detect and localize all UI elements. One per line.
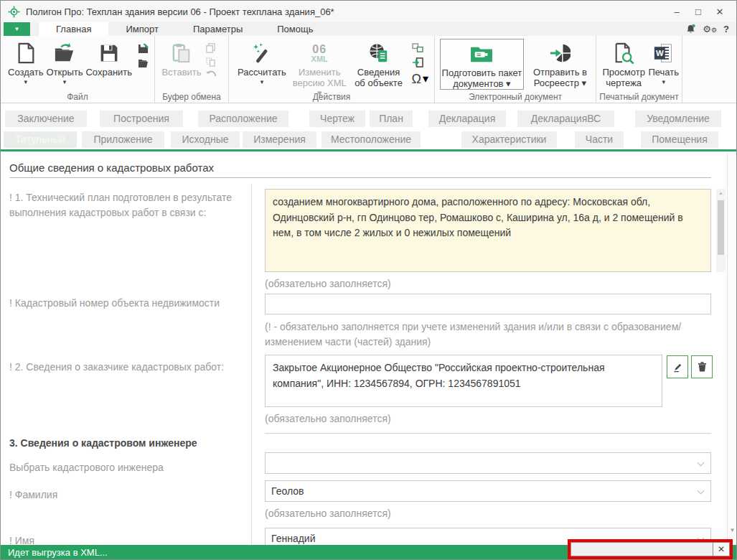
q2-required-hint: (обязательно заполняется) [265,411,391,426]
name-value: Геннадий [271,533,316,544]
doc-tab-deklaratsiyavs[interactable]: ДекларацияВС [517,111,614,127]
notifications-bell-icon[interactable] [685,24,696,34]
paste-special-icon[interactable] [205,57,217,67]
save-as-icon[interactable] [138,43,149,54]
paste-button[interactable]: Вставить [161,39,202,78]
engineer-select-label: Выбрать кадастрового инженера [9,460,248,475]
create-button[interactable]: Создать ▾ [8,39,43,85]
structure-windows-icon[interactable] [412,43,429,53]
ribbon-group-file: Создать ▾ Открыть ▾ Сохранить [1,36,155,103]
svg-text:W: W [656,49,664,57]
doc-tab-postroeniya[interactable]: Построения [100,111,183,127]
dropdown-caret: ▾ [24,79,27,85]
ribbon-tab-label: Импорт [126,24,158,34]
cadastral-number-label: ! Кадастровый номер объекта недвижимости [9,296,248,311]
globe-list-icon [368,41,390,65]
omega-icon: Ω [412,73,421,85]
close-button[interactable]: ✕ [709,6,731,17]
doc-tab-raspolozhenie[interactable]: Расположение [198,111,288,127]
doc-tab-izmereniya[interactable]: Измерения [243,131,316,148]
scrollbar-thumb[interactable] [718,200,724,255]
save-button[interactable]: Сохранить [85,39,132,78]
cancel-export-button[interactable]: ✕ [713,542,730,556]
active-tab-underline [1,149,737,151]
ribbon-group-clipboard: Вставить Буфер обмена [155,36,229,103]
group-label-printdoc: Печатный документ [596,92,682,102]
page-scrollbar[interactable]: ▼ [727,153,737,545]
export-progress-bar [571,542,713,556]
ribbon-tab-help[interactable]: Помощь [260,22,330,36]
dropdown-caret: ▾ [662,79,665,85]
document-magnifier-icon [613,41,634,65]
doc-tab-uvedomlenie[interactable]: Уведомление [635,111,721,127]
highlighted-progress-region: ✕ [568,539,733,559]
undo-icon[interactable] [205,70,217,80]
object-info-label: Сведения об объекте [353,67,405,88]
object-info-button[interactable]: Сведения об объекте [353,39,405,88]
q1-textarea[interactable]: созданием многоквартирного дома, располо… [265,189,711,272]
group-label-actions: Действия [229,92,434,102]
ribbon-group-edoc: Подготовить пакет документов ▾ Отправить… [435,36,596,103]
print-label: Печать [648,67,679,78]
folder-usb-icon [469,42,494,66]
doc-tab-mestopolozhenie[interactable]: Местоположение [321,131,421,148]
app-logo-icon [8,6,20,18]
ribbon-tab-main[interactable]: Главная [39,22,108,36]
ribbon-tab-bar: ▼ Главная Импорт Параметры Помощь ⚙⚙ ? [1,22,736,36]
chevron-down-icon [698,487,705,495]
paste-label: Вставить [161,67,201,78]
change-xml-version-button[interactable]: 06 XML Изменить версию XML ▾ [291,39,349,99]
doc-tab-prilozhenie[interactable]: Приложение [82,131,164,148]
copy-icon[interactable] [205,43,217,53]
doc-tab-pomeshcheniya[interactable]: Помещения [641,131,718,148]
new-document-icon [16,41,36,65]
doc-tab-chasti[interactable]: Части [575,131,624,148]
edit-customer-button[interactable] [667,355,688,378]
help-icon[interactable]: ? [723,24,729,34]
chevron-down-icon [698,459,705,467]
engineer-select-combobox[interactable] [265,452,711,474]
cadastral-number-input[interactable] [265,294,711,314]
doc-tab-deklaratsiya[interactable]: Декларация [428,111,506,127]
send-rosreestr-button[interactable]: Отправить в Росреестр ▾ [527,39,593,88]
doc-tab-plan[interactable]: План [370,111,413,127]
print-button[interactable]: W Печать ▾ [648,39,679,85]
magic-wand-icon [251,41,273,65]
surname-combobox[interactable]: Геолов [265,480,711,502]
export-document-icon[interactable] [412,57,429,67]
calculate-button[interactable]: Рассчитать ▾ [238,39,286,85]
doc-tab-titulny-active[interactable]: Титульный [4,131,77,148]
open-folder-icon [53,41,76,65]
heading-divider [9,177,711,178]
ribbon-tab-import[interactable]: Импорт [108,22,175,36]
scroll-down-icon[interactable]: ▼ [728,527,737,533]
doc-tab-zaklyuchenie[interactable]: Заключение [5,111,87,127]
create-label: Создать [8,67,43,78]
doc-tab-chertezh[interactable]: Чертеж [309,111,365,127]
pencil-icon [672,362,683,373]
scroll-up-icon[interactable]: ▲ [716,190,726,195]
window-title: Полигон Про: Техплан здания версии 06 - … [26,6,334,17]
calculate-label: Рассчитать [238,67,286,78]
q1-textarea-scrollbar[interactable]: ▲ [716,189,726,272]
omega-symbols-button[interactable]: Ω ▾ [412,72,429,85]
xml-version-icon: 06 XML [311,44,328,63]
ribbon-tab-label: Главная [56,24,91,34]
open-button[interactable]: Открыть ▾ [46,39,83,85]
delete-customer-button[interactable] [691,355,713,378]
drawing-preview-button[interactable]: Просмотр чертежа [602,39,645,88]
doc-tab-kharakteristiki[interactable]: Характеристики [461,131,557,148]
ribbon-group-printdoc: Просмотр чертежа W Печать ▾ Печатный док… [596,36,682,103]
group-label-clipboard: Буфер обмена [155,92,228,102]
prepare-package-button[interactable]: Подготовить пакет документов ▾ [440,39,524,90]
maximize-button[interactable]: □ [687,6,709,17]
ribbon-tab-settings[interactable]: Параметры [176,22,260,36]
doc-tab-iskhodnye[interactable]: Исходные [171,131,240,148]
open-recent-icon[interactable] [138,59,149,68]
minimize-button[interactable]: – [666,6,687,17]
section-heading: Общие сведения о кадастровых работах [9,162,214,174]
app-menu-button[interactable]: ▼ [4,22,30,36]
ribbon-group-actions: Рассчитать ▾ 06 XML Изменить версию XML … [229,36,435,103]
settings-gears-icon[interactable]: ⚙⚙ [703,24,717,34]
customer-info-box[interactable]: Закрытое Акционерное Общество "Российска… [265,355,662,407]
